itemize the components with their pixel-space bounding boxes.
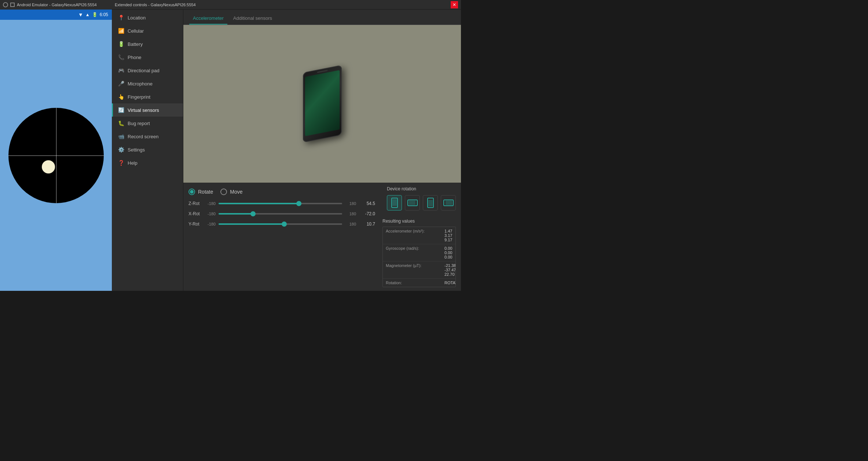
rotate-label: Rotate [198,189,213,195]
x-rot-track[interactable] [219,213,342,215]
sidebar-label-fingerprint: Fingerprint [128,94,150,100]
extended-titlebar: Extended controls - GalaxyNexusAPI26:555… [112,0,461,10]
x-rot-track-bg [219,213,342,215]
sensors-icon: 🔄 [118,107,124,113]
rotate-radio-inner [190,190,194,194]
rotation-btn-portrait-flipped[interactable] [423,195,438,211]
sidebar-label-virtual-sensors: Virtual sensors [128,107,159,113]
sidebar-item-record-screen[interactable]: 📹 Record screen [112,130,183,143]
close-button[interactable]: ✕ [451,1,458,8]
y-rot-label: Y-Rot [188,222,202,227]
black-circle [8,108,104,203]
results-row-gyroscope: Gyroscope (rad/s): 0.00 0.00 0.00 [383,244,455,261]
results-key-accelerometer: Accelerometer (m/s²): [386,229,444,242]
sidebar-label-dpad: Directional pad [128,68,160,73]
location-icon: 📍 [118,15,124,21]
y-rot-track[interactable] [219,223,342,225]
rotation-btn-portrait[interactable] [387,195,402,211]
rotate-radio[interactable] [188,189,195,195]
sidebar-item-cellular[interactable]: 📶 Cellular [112,24,183,37]
rotation-btn-landscape-right[interactable] [441,195,456,211]
x-rot-label: X-Rot [188,211,202,216]
sidebar-item-settings[interactable]: ⚙️ Settings [112,143,183,156]
z-rot-label: Z-Rot [188,201,202,206]
results-row-rotation: Rotation: ROTATION_0 [383,279,455,287]
results-val-accelerometer: 1.47 3.17 9.17 [444,229,453,242]
sidebar-item-battery[interactable]: 🔋 Battery [112,37,183,51]
emulator-titlebar: Android Emulator - GalaxyNexusAPI26:5554 [0,0,112,10]
results-key-gyroscope: Gyroscope (rad/s): [386,246,444,259]
sidebar-label-location: Location [128,15,146,21]
signal-icon: ▲ [85,12,90,17]
tab-accelerometer[interactable]: Accelerometer [189,12,227,25]
sensor-main: Rotate Move Z-Rot -180 [183,25,461,291]
svg-rect-5 [428,200,433,206]
device-rotation-section: Device rotation [387,186,456,211]
bug-icon: 🐛 [118,120,124,126]
sidebar-item-help[interactable]: ❓ Help [112,156,183,169]
sliders-section: Rotate Move Z-Rot -180 [188,186,375,287]
extended-body: 📍 Location 📶 Cellular 🔋 Battery 📞 Phone … [112,10,461,291]
z-rot-track-bg [219,203,342,204]
results-val-rotation: ROTATION_0 [444,281,456,285]
z-rot-track[interactable] [219,203,342,204]
sidebar-item-fingerprint[interactable]: 👆 Fingerprint [112,90,183,103]
x-rot-min: -180 [205,212,216,216]
move-option[interactable]: Move [220,189,242,195]
extended-title: Extended controls - GalaxyNexusAPI26:555… [115,3,196,7]
move-radio[interactable] [220,189,227,195]
x-rot-thumb[interactable] [250,211,256,216]
sidebar-item-directional-pad[interactable]: 🎮 Directional pad [112,64,183,77]
y-rot-fill [219,223,284,225]
emulator-window: Android Emulator - GalaxyNexusAPI26:5554… [0,0,112,291]
rotate-option[interactable]: Rotate [188,189,213,195]
y-rot-max: 180 [345,222,356,226]
y-rot-min: -180 [205,222,216,226]
sidebar-label-bug-report: Bug report [128,121,150,126]
sidebar-item-virtual-sensors[interactable]: 🔄 Virtual sensors [112,103,183,117]
results-table: Accelerometer (m/s²): 1.47 3.17 9.17 Gyr… [382,227,456,287]
phone-icon: 📞 [118,54,124,60]
sidebar-item-bug-report[interactable]: 🐛 Bug report [112,117,183,130]
sidebar-item-location[interactable]: 📍 Location [112,11,183,24]
battery-sidebar-icon: 🔋 [118,41,124,47]
white-dot [42,160,55,173]
emulator-icon-circle [3,2,8,7]
phone-screen [305,70,339,136]
sensor-bottom: Rotate Move Z-Rot -180 [183,183,461,291]
results-val-gyroscope: 0.00 0.00 0.00 [444,246,453,259]
rotation-btn-landscape-left[interactable] [405,195,420,211]
battery-icon: 🔋 [92,12,98,17]
wifi-icon: ▼ [78,12,83,18]
crosshair-container [5,104,107,207]
results-row-accelerometer: Accelerometer (m/s²): 1.47 3.17 9.17 [383,227,455,244]
right-panels: Device rotation [382,186,456,287]
sidebar-label-settings: Settings [128,147,145,153]
device-rotation-title: Device rotation [387,186,456,191]
help-icon: ❓ [118,160,124,166]
rotate-move-row: Rotate Move [188,189,375,195]
sidebar-item-phone[interactable]: 📞 Phone [112,51,183,64]
svg-rect-1 [392,199,397,206]
sidebar-label-microphone: Microphone [128,81,153,87]
sidebar-item-microphone[interactable]: 🎤 Microphone [112,77,183,90]
z-rot-min: -180 [205,201,216,206]
y-rot-thumb[interactable] [282,222,287,227]
sidebar-label-phone: Phone [128,55,142,60]
x-rot-value: -72.0 [359,211,375,216]
results-val-magnetometer: -21.38 -37.47 22.70 [444,263,456,277]
tab-additional-sensors[interactable]: Additional sensors [230,12,276,25]
phone-3d-model [302,65,343,142]
extended-controls-window: Extended controls - GalaxyNexusAPI26:555… [112,0,461,291]
z-rot-fill [219,203,299,204]
emulator-icon-square [10,3,15,7]
results-key-magnetometer: Magnetometer (µT): [386,263,444,277]
move-label: Move [230,189,242,195]
sidebar-label-cellular: Cellular [128,28,144,34]
sidebar-label-help: Help [128,160,138,166]
phone-content [0,20,112,291]
x-rot-max: 180 [345,212,356,216]
main-content: Accelerometer Additional sensors [183,10,461,291]
z-rot-thumb[interactable] [296,201,301,206]
x-rot-row: X-Rot -180 180 -72.0 [188,211,375,216]
